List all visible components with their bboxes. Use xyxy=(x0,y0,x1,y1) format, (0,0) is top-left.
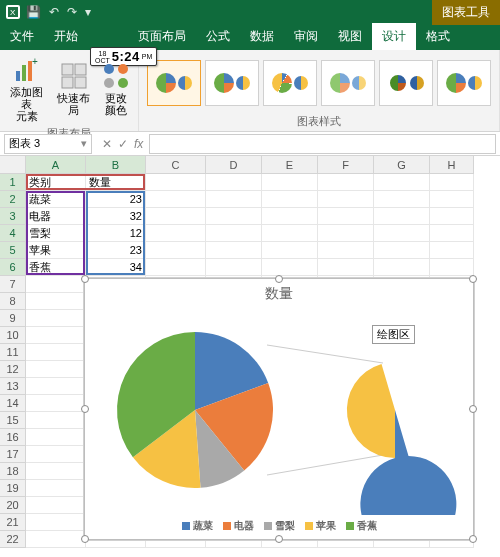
cell-A4[interactable]: 雪梨 xyxy=(26,225,86,242)
cell-A1[interactable]: 类别 xyxy=(26,174,86,191)
cell-G3[interactable] xyxy=(374,208,430,225)
cell-H4[interactable] xyxy=(430,225,474,242)
col-header-H[interactable]: H xyxy=(430,156,474,174)
row-header-8[interactable]: 8 xyxy=(0,293,26,310)
col-header-D[interactable]: D xyxy=(206,156,262,174)
quick-layout-button[interactable]: 快速布局 xyxy=(53,60,94,118)
change-colors-button[interactable]: 更改颜色 xyxy=(100,60,132,118)
cancel-icon[interactable]: ✕ xyxy=(102,137,112,151)
cell-D6[interactable] xyxy=(206,259,262,276)
chart-style-5[interactable] xyxy=(379,60,433,106)
tab-review[interactable]: 审阅 xyxy=(284,23,328,50)
chart-style-6[interactable] xyxy=(437,60,491,106)
cell-D1[interactable] xyxy=(206,174,262,191)
cell-A10[interactable] xyxy=(26,327,86,344)
col-header-E[interactable]: E xyxy=(262,156,318,174)
cell-E4[interactable] xyxy=(262,225,318,242)
tab-home[interactable]: 开始 xyxy=(44,23,88,50)
row-header-21[interactable]: 21 xyxy=(0,514,26,531)
worksheet-grid[interactable]: A B C D E F G H 1类别数量2蔬菜233电器324雪梨125苹果2… xyxy=(0,156,500,557)
cell-A15[interactable] xyxy=(26,412,86,429)
cell-C5[interactable] xyxy=(146,242,206,259)
row-header-4[interactable]: 4 xyxy=(0,225,26,242)
row-header-19[interactable]: 19 xyxy=(0,480,26,497)
row-header-3[interactable]: 3 xyxy=(0,208,26,225)
cell-G4[interactable] xyxy=(374,225,430,242)
cell-A2[interactable]: 蔬菜 xyxy=(26,191,86,208)
cell-A21[interactable] xyxy=(26,514,86,531)
cell-D2[interactable] xyxy=(206,191,262,208)
row-header-18[interactable]: 18 xyxy=(0,463,26,480)
row-header-17[interactable]: 17 xyxy=(0,446,26,463)
cell-F1[interactable] xyxy=(318,174,374,191)
formula-bar[interactable] xyxy=(149,134,496,154)
row-header-1[interactable]: 1 xyxy=(0,174,26,191)
cell-A22[interactable] xyxy=(26,531,86,548)
row-header-14[interactable]: 14 xyxy=(0,395,26,412)
col-header-F[interactable]: F xyxy=(318,156,374,174)
cell-C2[interactable] xyxy=(146,191,206,208)
cell-G2[interactable] xyxy=(374,191,430,208)
cell-A20[interactable] xyxy=(26,497,86,514)
chart-style-3[interactable] xyxy=(263,60,317,106)
cell-B6[interactable]: 34 xyxy=(86,259,146,276)
chart-style-4[interactable] xyxy=(321,60,375,106)
col-header-C[interactable]: C xyxy=(146,156,206,174)
row-header-16[interactable]: 16 xyxy=(0,429,26,446)
cell-H5[interactable] xyxy=(430,242,474,259)
row-header-13[interactable]: 13 xyxy=(0,378,26,395)
cell-A16[interactable] xyxy=(26,429,86,446)
cell-B5[interactable]: 23 xyxy=(86,242,146,259)
cell-C4[interactable] xyxy=(146,225,206,242)
plot-area[interactable]: 绘图区 xyxy=(85,305,473,515)
col-header-A[interactable]: A xyxy=(26,156,86,174)
cell-G5[interactable] xyxy=(374,242,430,259)
row-header-6[interactable]: 6 xyxy=(0,259,26,276)
cell-A19[interactable] xyxy=(26,480,86,497)
tab-formulas[interactable]: 公式 xyxy=(196,23,240,50)
cell-G6[interactable] xyxy=(374,259,430,276)
cell-A12[interactable] xyxy=(26,361,86,378)
cell-A7[interactable] xyxy=(26,276,86,293)
cell-C3[interactable] xyxy=(146,208,206,225)
col-header-B[interactable]: B xyxy=(86,156,146,174)
cell-H3[interactable] xyxy=(430,208,474,225)
row-header-20[interactable]: 20 xyxy=(0,497,26,514)
name-box[interactable]: 图表 3 ▾ xyxy=(4,134,92,154)
chart-legend[interactable]: 蔬菜 电器 雪梨 苹果 香蕉 xyxy=(85,515,473,537)
cell-A18[interactable] xyxy=(26,463,86,480)
tab-page-layout[interactable]: 页面布局 xyxy=(128,23,196,50)
tab-file[interactable]: 文件 xyxy=(0,23,44,50)
tab-data[interactable]: 数据 xyxy=(240,23,284,50)
tab-view[interactable]: 视图 xyxy=(328,23,372,50)
tab-format[interactable]: 格式 xyxy=(416,23,460,50)
row-header-7[interactable]: 7 xyxy=(0,276,26,293)
cell-C6[interactable] xyxy=(146,259,206,276)
cell-B3[interactable]: 32 xyxy=(86,208,146,225)
cell-B1[interactable]: 数量 xyxy=(86,174,146,191)
chart-style-1[interactable] xyxy=(147,60,201,106)
row-header-22[interactable]: 22 xyxy=(0,531,26,548)
cell-F4[interactable] xyxy=(318,225,374,242)
row-header-12[interactable]: 12 xyxy=(0,361,26,378)
cell-A6[interactable]: 香蕉 xyxy=(26,259,86,276)
cell-F5[interactable] xyxy=(318,242,374,259)
chart-object[interactable]: 数量 绘图区 xyxy=(84,278,474,540)
cell-A8[interactable] xyxy=(26,293,86,310)
cell-C1[interactable] xyxy=(146,174,206,191)
cell-D5[interactable] xyxy=(206,242,262,259)
col-header-G[interactable]: G xyxy=(374,156,430,174)
row-header-2[interactable]: 2 xyxy=(0,191,26,208)
cell-A3[interactable]: 电器 xyxy=(26,208,86,225)
enter-icon[interactable]: ✓ xyxy=(118,137,128,151)
cell-F6[interactable] xyxy=(318,259,374,276)
row-header-10[interactable]: 10 xyxy=(0,327,26,344)
undo-icon[interactable]: ↶ xyxy=(49,5,59,19)
cell-E5[interactable] xyxy=(262,242,318,259)
cell-A14[interactable] xyxy=(26,395,86,412)
redo-icon[interactable]: ↷ xyxy=(67,5,77,19)
cell-E2[interactable] xyxy=(262,191,318,208)
cell-A9[interactable] xyxy=(26,310,86,327)
cell-A17[interactable] xyxy=(26,446,86,463)
cell-H1[interactable] xyxy=(430,174,474,191)
